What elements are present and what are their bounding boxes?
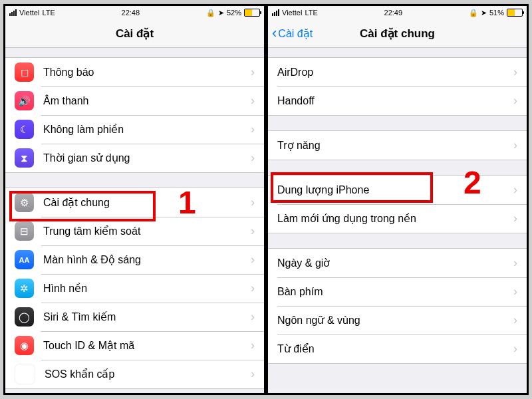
- row-tro-nang[interactable]: Trợ năng ›: [268, 131, 527, 160]
- page-title: Cài đặt chung: [360, 27, 435, 41]
- back-button[interactable]: ‹ Cài đặt: [272, 26, 313, 41]
- row-lam-moi-ung-dung[interactable]: Làm mới ứng dụng trong nền ›: [268, 204, 527, 233]
- row-handoff[interactable]: Handoff ›: [268, 86, 527, 115]
- chevron-right-icon: ›: [513, 183, 517, 197]
- network-label: LTE: [305, 9, 317, 17]
- row-label: AirDrop: [277, 66, 513, 78]
- carrier-label: Viettel: [19, 9, 39, 17]
- status-left: Viettel LTE: [9, 9, 55, 17]
- chevron-right-icon: ›: [251, 367, 255, 381]
- row-siri-tim-kiem[interactable]: ◯ Siri & Tìm kiếm ›: [5, 303, 264, 331]
- settings-list[interactable]: ◻ Thông báo › 🔊 Âm thanh › ☾ Không làm p…: [5, 48, 264, 393]
- row-thong-bao[interactable]: ◻ Thông báo ›: [5, 58, 264, 86]
- group-notifications: ◻ Thông báo › 🔊 Âm thanh › ☾ Không làm p…: [5, 57, 264, 173]
- row-label: Siri & Tìm kiếm: [43, 311, 251, 323]
- signal-icon: [9, 9, 17, 16]
- chevron-right-icon: ›: [251, 196, 255, 209]
- row-label: Ngày & giờ: [277, 257, 513, 269]
- dnd-icon: ☾: [15, 120, 34, 139]
- page-title: Cài đặt: [116, 27, 154, 41]
- row-touch-id-mat-ma[interactable]: ◉ Touch ID & Mật mã ›: [5, 331, 264, 360]
- row-trung-tam-kiem-soat[interactable]: ⊟ Trung tâm kiểm soát ›: [5, 217, 264, 245]
- row-airdrop[interactable]: AirDrop ›: [268, 58, 527, 86]
- location-icon: ➤: [481, 9, 487, 17]
- group-connectivity: AirDrop › Handoff ›: [268, 57, 527, 116]
- status-bar: Viettel LTE 22:48 🔒 ➤ 52%: [5, 6, 264, 19]
- chevron-left-icon: ‹: [272, 26, 277, 41]
- group-system: ⚙ Cài đặt chung › ⊟ Trung tâm kiểm soát …: [5, 188, 264, 389]
- comparison-frame: Viettel LTE 22:48 🔒 ➤ 52% Cài đặt ◻ Thôn…: [3, 4, 529, 395]
- phone-right: Viettel LTE 22:49 🔒 ➤ 51% ‹ Cài đặt Cài …: [268, 6, 527, 393]
- row-label: Ngôn ngữ & vùng: [277, 314, 513, 327]
- row-label: Dung lượng iPhone: [277, 184, 513, 196]
- row-tu-dien[interactable]: Từ điển ›: [268, 334, 527, 363]
- chevron-right-icon: ›: [251, 151, 255, 165]
- location-icon: ➤: [218, 9, 224, 17]
- row-cai-dat-chung[interactable]: ⚙ Cài đặt chung ›: [5, 188, 264, 217]
- row-hinh-nen[interactable]: ✲ Hình nền ›: [5, 274, 264, 303]
- row-label: Touch ID & Mật mã: [43, 339, 251, 352]
- row-label: Trợ năng: [277, 139, 513, 152]
- chevron-right-icon: ›: [251, 224, 255, 238]
- row-man-hinh-do-sang[interactable]: AA Màn hình & Độ sáng ›: [5, 245, 264, 274]
- row-label: Không làm phiền: [43, 123, 251, 136]
- phone-left: Viettel LTE 22:48 🔒 ➤ 52% Cài đặt ◻ Thôn…: [5, 6, 264, 393]
- clock-label: 22:48: [122, 9, 140, 17]
- row-label: Màn hình & Độ sáng: [43, 253, 251, 266]
- carrier-label: Viettel: [282, 9, 302, 17]
- chevron-right-icon: ›: [251, 281, 255, 295]
- battery-pct: 51%: [489, 9, 504, 17]
- row-am-thanh[interactable]: 🔊 Âm thanh ›: [5, 86, 264, 115]
- general-list[interactable]: AirDrop › Handoff › Trợ năng › Dung lượn…: [268, 48, 527, 393]
- display-icon: AA: [15, 250, 34, 269]
- battery-icon: [244, 9, 260, 17]
- status-left: Viettel LTE: [272, 9, 318, 17]
- chevron-right-icon: ›: [251, 122, 255, 136]
- chevron-right-icon: ›: [513, 138, 517, 152]
- status-right: 🔒 ➤ 52%: [206, 9, 260, 17]
- sos-icon: SOS: [15, 364, 35, 384]
- row-label: Trung tâm kiểm soát: [43, 225, 251, 237]
- status-right: 🔒 ➤ 51%: [469, 9, 523, 17]
- row-dung-luong-iphone[interactable]: Dung lượng iPhone ›: [268, 176, 527, 204]
- row-label: Thời gian sử dụng: [43, 152, 251, 164]
- lock-icon: 🔒: [206, 9, 215, 17]
- row-label: Từ điển: [277, 342, 513, 355]
- row-ngon-ngu-vung[interactable]: Ngôn ngữ & vùng ›: [268, 306, 527, 334]
- row-label: Handoff: [277, 95, 513, 107]
- hourglass-icon: ⧗: [15, 148, 34, 168]
- siri-icon: ◯: [15, 307, 34, 327]
- chevron-right-icon: ›: [251, 253, 255, 267]
- chevron-right-icon: ›: [251, 94, 255, 108]
- back-label: Cài đặt: [278, 27, 313, 40]
- chevron-right-icon: ›: [251, 65, 255, 79]
- row-thoi-gian-su-dung[interactable]: ⧗ Thời gian sử dụng ›: [5, 144, 264, 172]
- chevron-right-icon: ›: [513, 285, 517, 299]
- signal-icon: [272, 9, 279, 16]
- row-ngay-gio[interactable]: Ngày & giờ ›: [268, 249, 527, 277]
- row-label: SOS khẩn cấp: [45, 368, 251, 380]
- row-label: Bàn phím: [277, 286, 513, 298]
- battery-icon: [507, 9, 523, 17]
- chevron-right-icon: ›: [513, 211, 517, 225]
- row-sos-khan-cap[interactable]: SOS SOS khẩn cấp ›: [5, 360, 264, 388]
- group-locale: Ngày & giờ › Bàn phím › Ngôn ngữ & vùng …: [268, 248, 527, 364]
- row-khong-lam-phien[interactable]: ☾ Không làm phiền ›: [5, 115, 264, 144]
- clock-label: 22:49: [384, 9, 403, 17]
- control-center-icon: ⊟: [15, 221, 34, 241]
- chevron-right-icon: ›: [513, 94, 517, 108]
- sound-icon: 🔊: [15, 91, 34, 110]
- lock-icon: 🔒: [469, 9, 478, 17]
- row-ban-phim[interactable]: Bàn phím ›: [268, 277, 527, 306]
- row-label: Hình nền: [43, 282, 251, 295]
- row-label: Làm mới ứng dụng trong nền: [277, 212, 513, 225]
- chevron-right-icon: ›: [513, 256, 517, 270]
- row-label: Thông báo: [43, 66, 251, 78]
- battery-pct: 52%: [227, 9, 241, 17]
- nav-header: Cài đặt: [5, 19, 264, 48]
- row-label: Cài đặt chung: [43, 196, 251, 209]
- chevron-right-icon: ›: [513, 313, 517, 327]
- chevron-right-icon: ›: [513, 342, 517, 356]
- network-label: LTE: [42, 9, 55, 17]
- notification-icon: ◻: [15, 63, 34, 82]
